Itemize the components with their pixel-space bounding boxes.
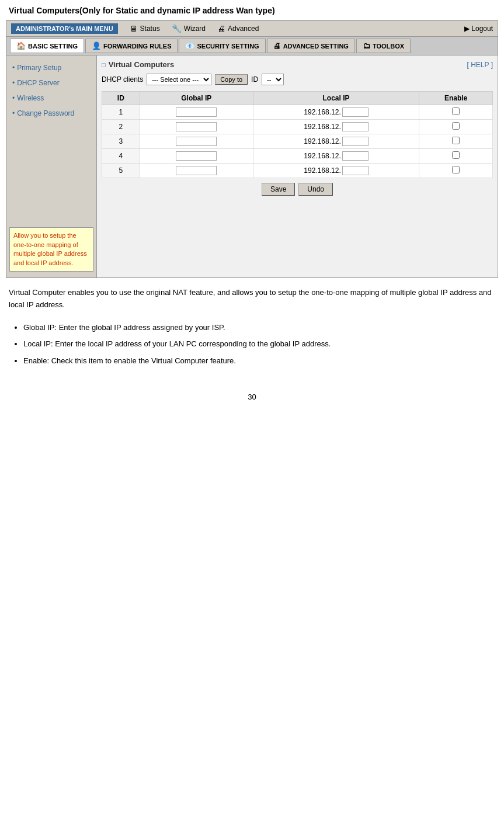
bullet-list: Global IP: Enter the global IP address a… (0, 317, 504, 381)
adv-setting-icon: 🖨 (273, 41, 281, 50)
security-icon: 📧 (185, 41, 194, 50)
subnav-advanced-label: ADVANCED SETTING (283, 43, 349, 50)
action-row: Save Undo (102, 183, 493, 196)
id-label: ID (251, 75, 258, 84)
local-ip-suffix-input-2[interactable] (342, 122, 369, 131)
enable-checkbox-3[interactable] (452, 137, 460, 144)
description-text: Virtual Computer enables you to use the … (0, 278, 504, 317)
page-title: Virtual Computers(Only for Static and dy… (0, 0, 504, 20)
global-ip-input-5[interactable] (176, 166, 217, 175)
subnav-toolbox[interactable]: 🗂 TOOLBOX (356, 39, 411, 53)
enable-checkbox-5[interactable] (452, 166, 460, 173)
nav-status[interactable]: 🖥 Status (130, 24, 160, 33)
row-id-3: 3 (102, 134, 140, 149)
subnav-advanced-setting[interactable]: 🖨 ADVANCED SETTING (267, 39, 355, 53)
enable-checkbox-4[interactable] (452, 151, 460, 159)
id-select[interactable]: -- (262, 74, 284, 85)
dhcp-label: DHCP clients (102, 75, 143, 84)
local-ip-suffix-input-3[interactable] (342, 137, 369, 146)
local-ip-suffix-input-1[interactable] (342, 107, 369, 117)
description-paragraph: Virtual Computer enables you to use the … (9, 287, 495, 311)
col-id: ID (102, 92, 140, 105)
enable-checkbox-2[interactable] (452, 122, 460, 130)
bullet-item-1: Local IP: Enter the local IP address of … (23, 338, 495, 350)
col-enable: Enable (419, 92, 493, 105)
main-panel: □ Virtual Computers [ HELP ] DHCP client… (97, 55, 498, 277)
enable-cell-1 (419, 105, 493, 120)
copy-to-button[interactable]: Copy to (215, 74, 248, 85)
subnav-basic-label: BASIC SETTING (28, 43, 78, 50)
subnav-toolbox-label: TOOLBOX (373, 43, 404, 50)
local-ip-suffix-input-4[interactable] (342, 151, 369, 161)
global-ip-input-2[interactable] (176, 122, 217, 131)
sidebar-tooltip: Allow you to setup the one-to-one mappin… (9, 227, 93, 272)
local-ip-cell-2: 192.168.12. (253, 120, 419, 134)
global-ip-cell-5 (140, 164, 253, 178)
panel-title: □ Virtual Computers (102, 60, 174, 69)
panel-title-icon: □ (102, 61, 106, 68)
local-ip-prefix-5: 192.168.12. (304, 166, 340, 175)
nav-wizard-label: Wizard (184, 25, 206, 33)
row-id-4: 4 (102, 149, 140, 164)
help-link[interactable]: [ HELP ] (467, 61, 493, 69)
enable-cell-5 (419, 164, 493, 178)
local-ip-prefix-2: 192.168.12. (304, 123, 340, 131)
table-row: 5192.168.12. (102, 164, 493, 178)
toolbox-icon: 🗂 (363, 41, 370, 50)
local-ip-prefix-3: 192.168.12. (304, 137, 340, 145)
enable-cell-4 (419, 149, 493, 164)
sidebar-primary-label: Primary Setup (17, 64, 61, 72)
global-ip-cell-4 (140, 149, 253, 164)
undo-button[interactable]: Undo (298, 183, 333, 196)
table-row: 2192.168.12. (102, 120, 493, 134)
nav-advanced-label: Advanced (228, 25, 259, 33)
subnav-forwarding-label: FORWARDING RULES (103, 43, 172, 50)
subnav-basic-setting[interactable]: 🏠 BASIC SETTING (10, 39, 84, 53)
local-ip-cell-3: 192.168.12. (253, 134, 419, 149)
global-ip-cell-1 (140, 105, 253, 120)
sidebar-item-dhcp-server[interactable]: DHCP Server (6, 75, 96, 91)
sidebar-item-wireless[interactable]: Wireless (6, 91, 96, 106)
page-number: 30 (0, 381, 504, 413)
sidebar-item-change-password[interactable]: Change Password (6, 106, 96, 121)
nav-advanced[interactable]: 🖨 Advanced (217, 24, 259, 33)
local-ip-prefix-4: 192.168.12. (304, 152, 340, 160)
brand-label: ADMINISTRATOR's MAIN MENU (11, 23, 118, 34)
status-icon: 🖥 (130, 24, 138, 33)
router-frame: ADMINISTRATOR's MAIN MENU 🖥 Status 🔧 Wiz… (6, 20, 498, 278)
local-ip-suffix-input-5[interactable] (342, 166, 369, 175)
global-ip-cell-2 (140, 120, 253, 134)
enable-cell-3 (419, 134, 493, 149)
basic-setting-icon: 🏠 (16, 41, 26, 50)
nav-wizard[interactable]: 🔧 Wizard (172, 24, 206, 33)
dhcp-row: DHCP clients --- Select one --- Copy to … (102, 74, 493, 85)
bullet-item-2: Enable: Check this item to enable the Vi… (23, 355, 495, 367)
sidebar-item-primary-setup[interactable]: Primary Setup (6, 60, 96, 75)
panel-title-text: Virtual Computers (109, 60, 174, 69)
save-button[interactable]: Save (262, 183, 295, 196)
table-row: 3192.168.12. (102, 134, 493, 149)
dhcp-clients-select[interactable]: --- Select one --- (147, 74, 211, 85)
subnav-security-label: SECURITY SETTING (197, 43, 259, 50)
local-ip-cell-4: 192.168.12. (253, 149, 419, 164)
col-global-ip: Global IP (140, 92, 253, 105)
local-ip-cell-5: 192.168.12. (253, 164, 419, 178)
sidebar-dhcp-label: DHCP Server (17, 79, 59, 87)
top-nav: ADMINISTRATOR's MAIN MENU 🖥 Status 🔧 Wiz… (6, 21, 498, 37)
local-ip-cell-1: 192.168.12. (253, 105, 419, 120)
enable-checkbox-1[interactable] (452, 107, 460, 115)
logout-button[interactable]: ▶ Logout (464, 25, 493, 33)
bullet-item-0: Global IP: Enter the global IP address a… (23, 322, 495, 334)
sidebar-password-label: Change Password (17, 109, 74, 117)
global-ip-input-3[interactable] (176, 137, 217, 146)
nav-status-label: Status (140, 25, 160, 33)
global-ip-input-1[interactable] (176, 107, 217, 117)
virtual-computers-table: ID Global IP Local IP Enable 1192.168.12… (102, 91, 493, 178)
subnav-security-setting[interactable]: 📧 SECURITY SETTING (179, 39, 265, 53)
enable-cell-2 (419, 120, 493, 134)
global-ip-input-4[interactable] (176, 151, 217, 161)
panel-header: □ Virtual Computers [ HELP ] (102, 60, 493, 69)
wizard-icon: 🔧 (172, 24, 182, 33)
col-local-ip: Local IP (253, 92, 419, 105)
subnav-forwarding-rules[interactable]: 👤 FORWARDING RULES (85, 39, 178, 53)
